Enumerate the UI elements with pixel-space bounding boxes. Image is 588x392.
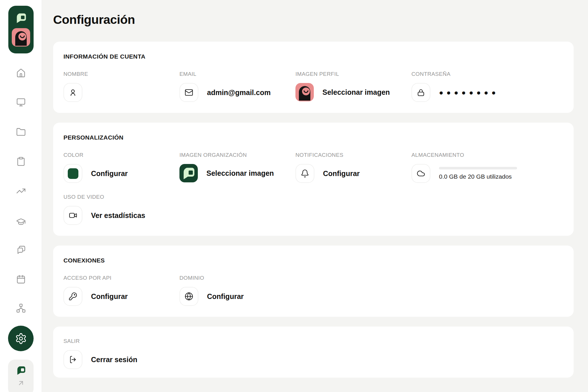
cloud-icon xyxy=(417,169,425,178)
notifications-action[interactable]: Configurar xyxy=(323,169,360,178)
account-card-header: INFORMACIÓN DE CUENTA xyxy=(63,53,561,60)
domain-action[interactable]: Configurar xyxy=(207,292,244,301)
sidebar xyxy=(0,0,42,392)
personalization-card: PERSONALIZACIÓN COLOR Configurar IMAGEN … xyxy=(53,123,574,236)
color-swatch xyxy=(68,168,78,179)
gear-icon xyxy=(15,333,27,345)
network-icon[interactable] xyxy=(16,303,26,313)
email-field: EMAIL admin@gmail.com xyxy=(179,71,295,102)
log-out-icon xyxy=(69,355,77,364)
logout-label: SALIR xyxy=(63,338,561,344)
monitor-icon[interactable] xyxy=(16,97,26,107)
domain-button[interactable] xyxy=(179,287,198,306)
chat-bubble-icon xyxy=(15,365,27,376)
key-icon xyxy=(69,292,77,301)
graduation-cap-icon[interactable] xyxy=(16,217,26,227)
color-action[interactable]: Configurar xyxy=(91,169,128,178)
profile-image-action[interactable]: Seleccionar imagen xyxy=(322,88,390,96)
main-content: Configuración INFORMACIÓN DE CUENTA NOMB… xyxy=(42,0,588,392)
api-access-action[interactable]: Configurar xyxy=(91,292,128,301)
name-label: NOMBRE xyxy=(63,71,179,77)
storage-usage-text: 0.0 GB de 20 GB utilizados xyxy=(439,173,517,180)
name-field: NOMBRE xyxy=(63,71,179,102)
password-field: CONTRASEÑA ●●●●●●●● xyxy=(411,71,527,102)
logout-button[interactable] xyxy=(63,350,82,369)
api-access-field: ACCESO POR API Configurar xyxy=(63,275,179,306)
video-usage-label: USO DE VIDEO xyxy=(63,194,561,200)
globe-icon xyxy=(185,292,193,301)
password-label: CONTRASEÑA xyxy=(411,71,527,77)
page-title: Configuración xyxy=(53,13,574,27)
api-access-button[interactable] xyxy=(63,287,82,306)
api-access-label: ACCESO POR API xyxy=(63,275,179,281)
messages-icon[interactable] xyxy=(16,245,26,255)
logout-card: SALIR Cerrar sesión xyxy=(53,327,574,378)
mail-icon xyxy=(185,88,193,97)
storage-label: ALMACENAMIENTO xyxy=(411,152,527,158)
storage-usage-block: 0.0 GB de 20 GB utilizados xyxy=(439,167,517,180)
storage-field: ALMACENAMIENTO 0.0 GB de 20 GB utilizado… xyxy=(411,152,527,183)
org-image-field: IMAGEN ORGANIZACIÓN Seleccionar imagen xyxy=(179,152,295,183)
personalization-card-header: PERSONALIZACIÓN xyxy=(63,134,561,141)
color-field: COLOR Configurar xyxy=(63,152,179,183)
app-logo[interactable] xyxy=(8,6,34,53)
notifications-label: NOTIFICACIONES xyxy=(295,152,411,158)
folder-icon[interactable] xyxy=(16,127,26,137)
settings-button-active[interactable] xyxy=(8,326,34,351)
email-value: admin@gmail.com xyxy=(207,88,271,97)
org-logo-icon xyxy=(179,164,198,182)
chat-bubble-logo-icon xyxy=(14,11,28,25)
video-usage-field: USO DE VIDEO Ver estadísticas xyxy=(63,194,561,225)
profile-image-label: IMAGEN PERFIL xyxy=(295,71,411,77)
video-usage-button[interactable] xyxy=(63,206,82,225)
clipboard-icon[interactable] xyxy=(16,157,26,166)
password-masked-value: ●●●●●●●● xyxy=(439,88,499,97)
org-image-label: IMAGEN ORGANIZACIÓN xyxy=(179,152,295,158)
storage-button[interactable] xyxy=(411,164,430,183)
org-image-action[interactable]: Seleccionar imagen xyxy=(206,169,274,177)
bell-icon xyxy=(301,169,309,178)
support-chat-link[interactable] xyxy=(8,360,34,392)
trending-up-icon[interactable] xyxy=(16,186,26,196)
video-camera-icon xyxy=(69,211,77,220)
arrow-up-right-icon xyxy=(17,379,25,387)
domain-label: DOMINIO xyxy=(179,275,295,281)
domain-field: DOMINIO Configurar xyxy=(179,275,295,306)
name-button[interactable] xyxy=(63,83,82,102)
notifications-field: NOTIFICACIONES Configurar xyxy=(295,152,411,183)
home-icon[interactable] xyxy=(16,68,26,78)
account-card: INFORMACIÓN DE CUENTA NOMBRE EMAIL admin… xyxy=(53,42,574,113)
profile-image-field: IMAGEN PERFIL Seleccionar imagen xyxy=(295,71,411,102)
password-button[interactable] xyxy=(411,83,430,102)
connections-card: CONEXIONES ACCESO POR API Configurar DOM… xyxy=(53,246,574,317)
video-usage-action[interactable]: Ver estadísticas xyxy=(91,211,145,220)
notifications-button[interactable] xyxy=(295,164,314,183)
connections-card-header: CONEXIONES xyxy=(63,257,561,264)
email-button[interactable] xyxy=(179,83,198,102)
profile-avatar-icon xyxy=(295,83,314,101)
org-image-button[interactable] xyxy=(179,164,198,182)
user-icon xyxy=(69,88,77,97)
storage-progress-bar xyxy=(439,167,517,169)
email-label: EMAIL xyxy=(179,71,295,77)
profile-image-button[interactable] xyxy=(295,83,314,101)
org-avatar xyxy=(12,28,30,47)
color-button[interactable] xyxy=(63,164,82,183)
color-label: COLOR xyxy=(63,152,179,158)
logout-action[interactable]: Cerrar sesión xyxy=(91,356,137,364)
lock-icon xyxy=(417,88,425,97)
calendar-icon[interactable] xyxy=(16,275,26,284)
